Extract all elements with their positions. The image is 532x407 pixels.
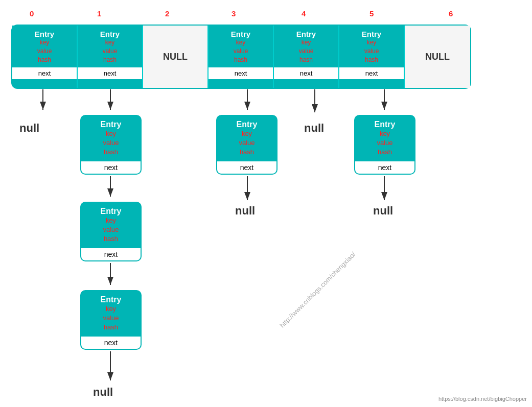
index-6: 6 [449, 9, 453, 18]
index-0: 0 [30, 9, 34, 18]
null-chain1: null [93, 386, 113, 399]
watermark: http://www.cnblogs.com/chengxiao/ [278, 250, 357, 329]
chain5-node1: Entry key value hash next [354, 115, 415, 175]
array-cell-3: Entry key value hash next [209, 26, 274, 88]
index-2: 2 [165, 9, 169, 18]
canvas: 0 1 2 3 4 5 6 Entry key value hash next … [0, 0, 532, 407]
array-cell-0: Entry key value hash next [12, 26, 78, 88]
array-row: Entry key value hash next Entry key valu… [11, 25, 471, 89]
index-5: 5 [369, 9, 374, 18]
chain1-node3: Entry key value hash next [80, 290, 142, 350]
array-cell-2: NULL [143, 26, 209, 88]
chain3-node1: Entry key value hash next [216, 115, 277, 175]
index-1: 1 [97, 9, 101, 18]
null-0: null [19, 122, 39, 135]
chain1-node1: Entry key value hash next [80, 115, 142, 175]
bottom-url: https://blog.csdn.net/bigbigChopper [438, 396, 527, 402]
null-4: null [304, 122, 324, 135]
index-3: 3 [232, 9, 236, 18]
array-cell-4: Entry key value hash next [274, 26, 339, 88]
chain1-node2: Entry key value hash next [80, 202, 142, 261]
array-cell-6: NULL [405, 26, 470, 88]
null-3: null [235, 204, 255, 218]
array-cell-1: Entry key value hash next [78, 26, 143, 88]
index-4: 4 [302, 9, 306, 18]
null-5: null [373, 204, 393, 218]
array-cell-5: Entry key value hash next [339, 26, 405, 88]
